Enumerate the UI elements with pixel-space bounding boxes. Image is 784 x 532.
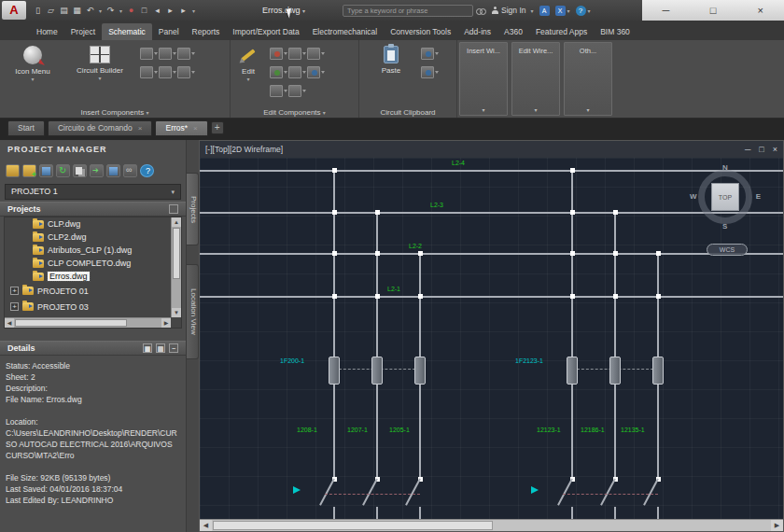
ribbon-tool-tool-2[interactable] (159, 48, 172, 60)
branch-wire[interactable] (333, 171, 335, 479)
disconnect-contact[interactable] (643, 479, 659, 506)
ribbon-tab-bim-360[interactable]: BIM 360 (594, 23, 637, 40)
tree-item-dwg[interactable]: CLP2.dwg (5, 231, 181, 244)
ribbon-tool-tool-3[interactable] (177, 48, 190, 60)
branch-wire[interactable] (333, 507, 335, 519)
redo-caret-icon[interactable]: ▾ (118, 7, 124, 14)
autocad-logo-icon[interactable]: A (2, 1, 26, 20)
panel-label[interactable]: Insert Components ▾ (0, 108, 230, 117)
tree-item-dwg[interactable]: CLP.dwg (5, 217, 181, 231)
source-signal-arrow[interactable] (531, 486, 539, 494)
ribbon-tab-import-export-data[interactable]: Import/Export Data (226, 23, 305, 40)
ribbon-tab-home[interactable]: Home (30, 23, 64, 40)
new-tab-button[interactable]: + (211, 121, 224, 134)
undo-caret-icon[interactable]: ▾ (97, 7, 104, 14)
details-collapse-icon[interactable]: − (169, 343, 178, 353)
undo-icon[interactable]: ↶ (84, 6, 96, 15)
title-caret-icon[interactable]: ▾ (302, 8, 305, 14)
wire-number-label[interactable]: L2-2 (409, 243, 422, 249)
open-icon[interactable]: ▱ (45, 6, 57, 15)
collapse-section-icon[interactable] (169, 204, 178, 214)
viewcube-west[interactable]: W (690, 192, 697, 201)
disconnect-contact[interactable] (557, 479, 573, 506)
back-icon[interactable]: ◂ (151, 6, 163, 15)
panel-label[interactable]: Edit Components ▾ (231, 108, 358, 117)
panel-edit-wires-collapsed[interactable]: Edit Wire... ▾ (511, 42, 560, 116)
tree-item-label[interactable]: PROJETO 03 (37, 302, 89, 312)
help-icon[interactable]: ? (576, 6, 586, 16)
scroll-up-icon[interactable]: ▲ (172, 217, 181, 227)
paste-button[interactable]: Paste (372, 46, 410, 75)
expand-icon[interactable]: + (10, 287, 19, 295)
ribbon-tool-tool-1[interactable] (421, 48, 434, 60)
icon-menu-button[interactable]: Icon Menu ▾ (7, 46, 58, 82)
tree-item-label[interactable]: CLP2.dwg (48, 232, 87, 242)
connection-node[interactable] (613, 251, 618, 256)
ribbon-tab-featured-apps[interactable]: Featured Apps (529, 23, 594, 40)
model-space-canvas[interactable]: L2-4L2-3L2-2L2-11F200-11F2123-11208-1120… (200, 158, 783, 519)
ribbon-tab-panel[interactable]: Panel (152, 23, 186, 40)
tree-item-dwg[interactable]: Atributos_CLP (1).dwg (5, 244, 181, 257)
tree-item-project[interactable]: +PROJETO 01 (5, 283, 181, 299)
scrollbar-thumb[interactable] (15, 319, 127, 327)
breaker-pole[interactable] (609, 357, 621, 385)
viewport-controls[interactable]: [-][Top][2D Wireframe] (205, 145, 283, 154)
tree-item-label[interactable]: PROJETO 01 (37, 287, 89, 296)
ribbon-tab-electromechanical[interactable]: Electromechanical (306, 23, 384, 40)
disconnect-contact[interactable] (319, 479, 335, 506)
bus-wire[interactable] (200, 170, 783, 172)
redo-icon[interactable]: ↷ (105, 6, 117, 15)
connection-node[interactable] (332, 251, 337, 256)
save-icon[interactable]: ▤ (58, 6, 70, 15)
drawing-close-button[interactable]: × (773, 145, 777, 154)
ribbon-tab-schematic[interactable]: Schematic (102, 23, 152, 40)
ribbon-tool-tool-8[interactable] (288, 85, 301, 97)
scroll-down-icon[interactable]: ▼ (172, 308, 181, 317)
layout-icon[interactable]: □ (138, 6, 150, 15)
plot-icon[interactable]: ▦ (71, 6, 83, 15)
scroll-left-icon[interactable]: ◀ (5, 318, 14, 328)
maximize-button[interactable]: □ (699, 5, 727, 16)
ribbon-tool-tool-2[interactable] (288, 48, 301, 60)
pointer-icon[interactable]: ▸ (177, 6, 189, 15)
ribbon-tool-tool-1[interactable] (270, 48, 283, 60)
connection-node[interactable] (570, 168, 575, 173)
ribbon-tool-tool-5[interactable] (288, 66, 301, 78)
tree-item-dwg[interactable]: CLP COMPLETO.dwg (5, 257, 181, 270)
tree-item-project[interactable]: +PROJETO 03 (5, 299, 181, 315)
tree-vertical-scrollbar[interactable]: ▲ ▼ (171, 217, 181, 317)
wire-number-label[interactable]: L2-4 (452, 160, 465, 166)
ucs-dropdown[interactable]: WCS (707, 244, 748, 256)
wire-number-label[interactable]: 12186-1 (581, 427, 605, 433)
viewcube-south[interactable]: S (722, 222, 727, 231)
bus-wire[interactable] (200, 253, 783, 255)
breaker-pole[interactable] (371, 357, 383, 385)
disconnect-contact[interactable] (405, 479, 421, 506)
wire-number-label[interactable]: 12135-1 (621, 427, 645, 433)
viewcube[interactable]: TOP N S W E (698, 170, 752, 224)
component-tag-label[interactable]: 1F2123-1 (515, 357, 543, 364)
component-tag-label[interactable]: 1F200-1 (280, 357, 304, 364)
projects-section-header[interactable]: Projects (0, 202, 186, 217)
minimize-button[interactable]: ─ (651, 5, 679, 16)
breaker-pole[interactable] (567, 357, 578, 385)
publish-icon[interactable] (106, 164, 120, 177)
search-icon[interactable] (476, 7, 484, 14)
viewcube-east[interactable]: E (756, 192, 761, 201)
close-button[interactable]: × (747, 5, 775, 16)
viewcube-top-face[interactable]: TOP (711, 183, 739, 211)
drawing-restore-button[interactable]: □ (759, 145, 763, 154)
branch-wire[interactable] (571, 171, 573, 479)
file-tab-erros-[interactable]: Erros*× (155, 120, 207, 136)
ribbon-tab-reports[interactable]: Reports (186, 23, 227, 40)
connection-node[interactable] (332, 210, 337, 215)
wire-number-label[interactable]: L2-1 (387, 286, 400, 292)
ribbon-tool-tool-3[interactable] (307, 48, 320, 60)
connection-node[interactable] (570, 210, 575, 215)
scrollbar-thumb[interactable] (173, 228, 180, 279)
open-project-icon[interactable] (6, 164, 20, 177)
ribbon-tab-add-ins[interactable]: Add-ins (457, 23, 497, 40)
tab-projects-vertical[interactable]: Projects (187, 173, 199, 245)
breaker-pole[interactable] (652, 357, 664, 385)
branch-wire[interactable] (614, 507, 616, 519)
